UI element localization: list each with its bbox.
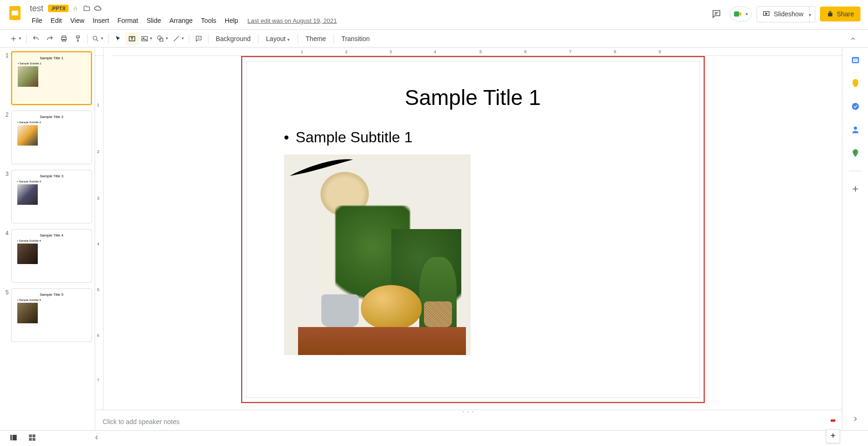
svg-text:31: 31 xyxy=(854,59,856,62)
background-button[interactable]: Background xyxy=(211,33,256,44)
addons-icon[interactable] xyxy=(850,183,861,195)
slide-thumbnail-1[interactable]: Sample Title 1 • Sample Subtitle 1 xyxy=(11,51,92,105)
slideshow-dropdown[interactable]: ▼ xyxy=(805,6,815,22)
thumb-row: 2 Sample Title 2 • Sample Subtitle 2 xyxy=(3,111,92,164)
svg-rect-19 xyxy=(10,435,12,440)
paint-format-button[interactable] xyxy=(71,33,84,45)
menu-format[interactable]: Format xyxy=(114,15,142,26)
toolbar: ▼ ▼ ▼ ▼ ▼ Background Layout▼ Theme Trans… xyxy=(0,30,868,48)
notes-drag-handle[interactable]: • • • xyxy=(95,410,842,413)
zoom-button[interactable]: ▼ xyxy=(90,33,105,45)
ruler-corner xyxy=(95,48,104,56)
calendar-icon[interactable]: 31 xyxy=(850,54,861,65)
slide-title[interactable]: Sample Title 1 xyxy=(284,85,662,110)
star-icon[interactable]: ☆ xyxy=(71,4,80,13)
undo-button[interactable] xyxy=(29,33,42,45)
thumb-image xyxy=(17,303,38,323)
slideshow-button[interactable]: Slideshow xyxy=(757,6,810,22)
menu-file[interactable]: File xyxy=(28,15,46,26)
hide-sidepanel-icon[interactable] xyxy=(850,413,861,425)
menu-edit[interactable]: Edit xyxy=(47,15,66,26)
share-button[interactable]: Share xyxy=(820,7,861,21)
thumb-number: 4 xyxy=(3,229,11,237)
slides-logo[interactable] xyxy=(6,4,24,22)
svg-rect-22 xyxy=(33,434,35,437)
svg-rect-21 xyxy=(29,434,32,437)
svg-point-16 xyxy=(852,103,859,110)
tasks-icon[interactable] xyxy=(850,101,861,112)
collapse-toolbar-button[interactable] xyxy=(847,33,860,45)
svg-point-18 xyxy=(854,151,856,153)
thumb-number: 2 xyxy=(3,111,11,118)
share-label: Share xyxy=(837,10,854,18)
redo-button[interactable] xyxy=(43,33,56,45)
app-header: test .PPTX ☆ File Edit View Insert Forma… xyxy=(0,0,868,30)
thumb-image xyxy=(17,125,38,146)
menu-insert[interactable]: Insert xyxy=(89,15,113,26)
theme-button[interactable]: Theme xyxy=(301,33,331,44)
horizontal-ruler[interactable]: 1 2 3 4 5 6 7 8 9 xyxy=(112,48,842,56)
svg-point-17 xyxy=(854,126,857,130)
line-tool[interactable]: ▼ xyxy=(171,33,186,45)
layout-button[interactable]: Layout▼ xyxy=(261,33,295,44)
menu-slide[interactable]: Slide xyxy=(143,15,165,26)
grid-view-icon[interactable] xyxy=(28,433,36,443)
menu-help[interactable]: Help xyxy=(221,15,242,26)
print-button[interactable] xyxy=(57,33,70,45)
move-icon[interactable] xyxy=(83,4,91,13)
slide-thumbnail-5[interactable]: Sample Title 5 • Sample Subtitle 5 xyxy=(11,288,92,342)
keep-icon[interactable] xyxy=(850,77,861,89)
slide-thumbnail-3[interactable]: Sample Title 3 • Sample Subtitle 3 xyxy=(11,170,92,223)
select-tool[interactable] xyxy=(111,33,125,45)
thumb-image xyxy=(17,244,38,264)
maps-icon[interactable] xyxy=(850,147,861,159)
svg-rect-2 xyxy=(734,12,739,17)
collapse-filmstrip-icon[interactable] xyxy=(93,434,100,442)
slide-bullet[interactable]: Sample Subtitle 1 xyxy=(284,129,662,146)
comments-icon[interactable] xyxy=(708,6,725,22)
side-panel: 31 xyxy=(842,48,868,430)
speaker-notes[interactable]: Click to add speaker notes xyxy=(95,413,842,430)
bottom-bar xyxy=(0,430,868,446)
menu-arrange[interactable]: Arrange xyxy=(166,15,196,26)
thumb-number: 1 xyxy=(3,51,11,59)
document-title[interactable]: test xyxy=(28,3,45,14)
canvas-area: 1 2 3 4 5 6 7 8 9 1 2 3 4 5 6 7 xyxy=(95,48,842,430)
meet-button[interactable]: ▼ xyxy=(729,7,752,21)
svg-rect-24 xyxy=(33,438,35,441)
thumb-row: 5 Sample Title 5 • Sample Subtitle 5 xyxy=(3,288,92,342)
slide-canvas[interactable]: Sample Title 1 Sample Subtitle 1 xyxy=(242,57,704,402)
menu-bar: File Edit View Insert Format Slide Arran… xyxy=(28,14,708,27)
slide-thumbnail-2[interactable]: Sample Title 2 • Sample Subtitle 2 xyxy=(11,111,92,164)
thumb-row: 3 Sample Title 3 • Sample Subtitle 3 xyxy=(3,170,92,223)
thumb-image xyxy=(17,184,38,205)
slide-thumbnail-4[interactable]: Sample Title 4 • Sample Subtitle 4 xyxy=(11,229,92,283)
comment-button[interactable] xyxy=(192,33,205,45)
svg-rect-6 xyxy=(62,39,66,41)
slide-image[interactable] xyxy=(284,154,471,355)
shape-tool[interactable]: ▼ xyxy=(155,33,170,45)
explore-button[interactable] xyxy=(826,429,840,443)
svg-rect-20 xyxy=(13,435,17,440)
image-tool[interactable]: ▼ xyxy=(139,33,154,45)
svg-point-7 xyxy=(93,36,97,40)
thumb-row: 4 Sample Title 4 • Sample Subtitle 4 xyxy=(3,229,92,283)
filmstrip-view-icon[interactable] xyxy=(9,433,18,443)
thumb-number: 5 xyxy=(3,288,11,296)
new-slide-button[interactable]: ▼ xyxy=(8,33,23,45)
menu-tools[interactable]: Tools xyxy=(197,15,220,26)
slide-viewport[interactable]: Sample Title 1 Sample Subtitle 1 xyxy=(104,56,842,410)
thumb-row: 1 Sample Title 1 • Sample Subtitle 1 xyxy=(3,51,92,105)
pptx-badge: .PPTX xyxy=(48,5,69,12)
thumb-image xyxy=(18,66,38,87)
contacts-icon[interactable] xyxy=(850,124,861,135)
textbox-tool[interactable] xyxy=(125,33,139,45)
cloud-status-icon[interactable] xyxy=(94,4,102,13)
svg-rect-1 xyxy=(12,11,18,15)
menu-view[interactable]: View xyxy=(67,15,88,26)
transition-button[interactable]: Transition xyxy=(337,33,375,44)
last-edit-link[interactable]: Last edit was on August 19, 2021 xyxy=(248,17,337,24)
filmstrip[interactable]: 1 Sample Title 1 • Sample Subtitle 1 2 S… xyxy=(0,48,95,430)
svg-rect-23 xyxy=(29,438,32,441)
vertical-ruler[interactable]: 1 2 3 4 5 6 7 xyxy=(95,56,104,410)
